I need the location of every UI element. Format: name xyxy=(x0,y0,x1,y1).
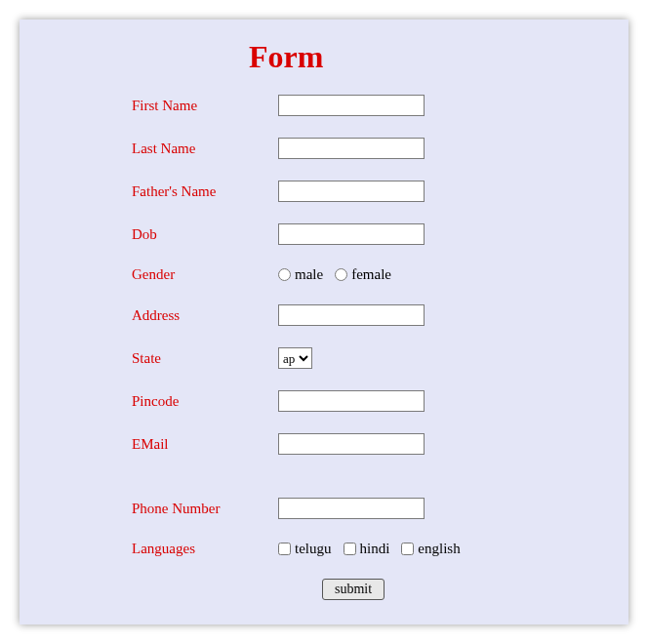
pincode-input[interactable] xyxy=(278,390,425,412)
row-email: EMail xyxy=(49,433,599,455)
label-phone: Phone Number xyxy=(132,501,278,517)
label-email: EMail xyxy=(132,436,278,453)
label-first-name: First Name xyxy=(132,98,278,114)
row-first-name: First Name xyxy=(49,95,599,116)
lang-hindi-checkbox[interactable] xyxy=(344,543,356,555)
label-state: State xyxy=(132,350,278,367)
row-gender: Gender male female xyxy=(49,266,599,283)
row-submit: submit xyxy=(49,579,599,600)
gender-male-label[interactable]: male xyxy=(278,266,323,283)
submit-button[interactable]: submit xyxy=(322,579,385,600)
label-last-name: Last Name xyxy=(132,141,278,157)
row-father-name: Father's Name xyxy=(49,181,599,202)
row-last-name: Last Name xyxy=(49,138,599,159)
form-panel: Form First Name Last Name Father's Name … xyxy=(20,20,628,624)
email-input[interactable] xyxy=(278,433,425,455)
row-state: State ap xyxy=(49,347,599,369)
gender-female-label[interactable]: female xyxy=(335,266,391,283)
gender-controls: male female xyxy=(278,266,397,283)
label-gender: Gender xyxy=(132,266,278,283)
label-father-name: Father's Name xyxy=(132,183,278,200)
lang-telugu-checkbox[interactable] xyxy=(278,543,291,555)
languages-controls: telugu hindi english xyxy=(278,541,466,557)
row-address: Address xyxy=(49,304,599,326)
lang-english-text: english xyxy=(418,541,460,557)
gender-female-text: female xyxy=(351,266,391,283)
lang-english-checkbox[interactable] xyxy=(401,543,414,555)
label-languages: Languages xyxy=(132,541,278,557)
label-dob: Dob xyxy=(132,226,278,243)
gender-male-radio[interactable] xyxy=(278,268,291,281)
lang-telugu-text: telugu xyxy=(295,541,332,557)
row-pincode: Pincode xyxy=(49,390,599,412)
address-input[interactable] xyxy=(278,304,425,326)
last-name-input[interactable] xyxy=(278,138,425,159)
label-pincode: Pincode xyxy=(132,393,278,410)
state-select[interactable]: ap xyxy=(278,347,312,369)
gender-male-text: male xyxy=(295,266,323,283)
lang-hindi-text: hindi xyxy=(360,541,390,557)
first-name-input[interactable] xyxy=(278,95,425,116)
row-dob: Dob xyxy=(49,223,599,245)
form-title: Form xyxy=(249,39,599,75)
lang-hindi-label[interactable]: hindi xyxy=(344,541,390,557)
row-phone: Phone Number xyxy=(49,498,599,519)
gender-female-radio[interactable] xyxy=(335,268,347,281)
father-name-input[interactable] xyxy=(278,181,425,202)
label-address: Address xyxy=(132,307,278,324)
dob-input[interactable] xyxy=(278,223,425,245)
lang-english-label[interactable]: english xyxy=(401,541,460,557)
row-languages: Languages telugu hindi english xyxy=(49,541,599,557)
lang-telugu-label[interactable]: telugu xyxy=(278,541,332,557)
phone-input[interactable] xyxy=(278,498,425,519)
